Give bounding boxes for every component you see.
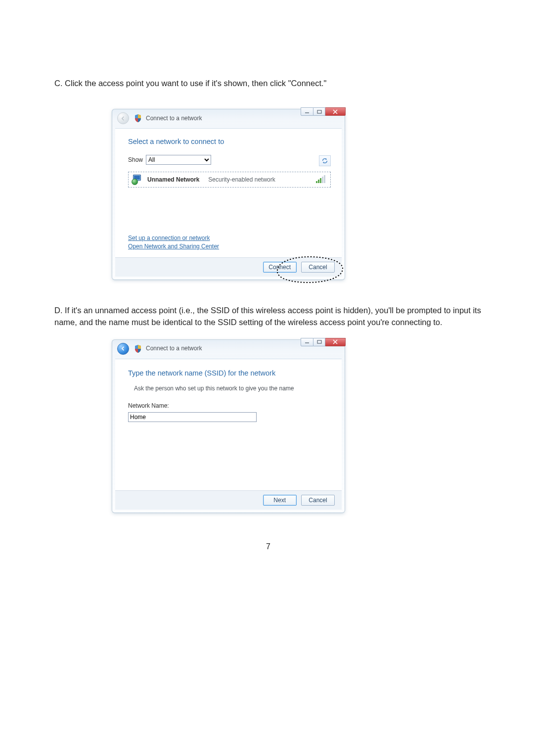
window-footer: Next Cancel bbox=[115, 490, 342, 510]
section-heading: Type the network name (SSID) for the net… bbox=[128, 368, 331, 378]
page-number: 7 bbox=[54, 541, 482, 552]
svg-rect-8 bbox=[317, 340, 321, 343]
connect-network-window-ssid: Connect to a network Type the network na… bbox=[112, 339, 345, 513]
window-content: Type the network name (SSID) for the net… bbox=[115, 359, 342, 490]
network-icon bbox=[132, 174, 142, 185]
window-control-bar bbox=[301, 107, 346, 116]
svg-rect-2 bbox=[316, 181, 317, 183]
network-name-label: Network Name: bbox=[128, 402, 331, 410]
shield-icon bbox=[134, 344, 142, 353]
cancel-button[interactable]: Cancel bbox=[301, 495, 335, 506]
show-filter-select[interactable]: All bbox=[146, 155, 211, 165]
network-list-item[interactable]: Unnamed Network Security-enabled network bbox=[128, 172, 331, 188]
window-footer: Connect Cancel bbox=[115, 257, 342, 277]
network-name-input[interactable] bbox=[128, 412, 257, 422]
svg-rect-1 bbox=[317, 110, 321, 113]
maximize-button[interactable] bbox=[313, 338, 325, 346]
svg-rect-3 bbox=[318, 180, 319, 183]
connect-network-window-select: Connect to a network Select a network to… bbox=[112, 109, 345, 280]
window-control-bar bbox=[301, 338, 346, 346]
instruction-step-d: D. If it's an unnamed access point (i.e.… bbox=[54, 305, 482, 329]
window-title: Connect to a network bbox=[146, 114, 202, 123]
connect-button[interactable]: Connect bbox=[263, 262, 297, 273]
setup-connection-link[interactable]: Set up a connection or network bbox=[128, 234, 331, 242]
bottom-links: Set up a connection or network Open Netw… bbox=[128, 234, 331, 250]
section-heading: Select a network to connect to bbox=[128, 137, 331, 147]
cancel-button[interactable]: Cancel bbox=[301, 262, 335, 273]
svg-rect-5 bbox=[322, 177, 323, 183]
signal-strength-icon bbox=[315, 175, 326, 184]
minimize-button[interactable] bbox=[301, 338, 313, 346]
close-button[interactable] bbox=[325, 107, 346, 116]
svg-rect-4 bbox=[320, 178, 321, 183]
next-button[interactable]: Next bbox=[263, 495, 297, 506]
show-label: Show bbox=[128, 156, 143, 164]
section-subtext: Ask the person who set up this network t… bbox=[134, 384, 331, 393]
svg-rect-6 bbox=[324, 175, 325, 183]
window-title: Connect to a network bbox=[146, 344, 202, 353]
maximize-button[interactable] bbox=[313, 107, 325, 116]
shield-icon bbox=[134, 114, 142, 123]
close-button[interactable] bbox=[325, 338, 346, 346]
minimize-button[interactable] bbox=[301, 107, 313, 116]
refresh-button[interactable] bbox=[319, 155, 331, 166]
open-sharing-center-link[interactable]: Open Network and Sharing Center bbox=[128, 242, 331, 250]
instruction-step-c: C. Click the access point you want to us… bbox=[54, 78, 482, 90]
filter-row: Show All bbox=[128, 155, 211, 165]
back-button bbox=[117, 112, 129, 124]
network-type: Security-enabled network bbox=[208, 176, 275, 184]
network-name: Unnamed Network bbox=[147, 176, 199, 184]
back-button[interactable] bbox=[117, 343, 129, 355]
window-content: Select a network to connect to Show All bbox=[115, 128, 342, 257]
